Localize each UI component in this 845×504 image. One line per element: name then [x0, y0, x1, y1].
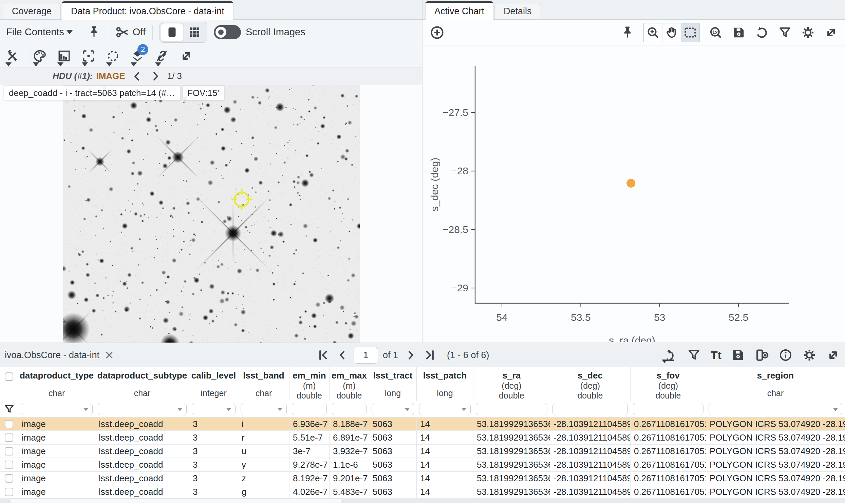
- select-mode-button[interactable]: [681, 23, 700, 42]
- unlink-icon: [155, 49, 169, 63]
- column-header-em_max[interactable]: em_max(m)double: [330, 367, 369, 401]
- filter-input-lsst_band[interactable]: [241, 403, 287, 415]
- column-header-s_fov[interactable]: s_fov(deg)double: [631, 367, 706, 401]
- image-tools-button[interactable]: [1, 46, 23, 67]
- select-all-checkbox[interactable]: [5, 373, 13, 381]
- restore-chart-button[interactable]: [755, 25, 769, 40]
- analyze-button[interactable]: [663, 348, 677, 362]
- row-checkbox[interactable]: [5, 488, 13, 496]
- pin-icon[interactable]: [87, 25, 101, 39]
- expand-image-button[interactable]: [175, 46, 197, 67]
- filter-chart-button[interactable]: [778, 25, 792, 40]
- scrollbar-thumb[interactable]: [10, 499, 343, 503]
- svg-text:53: 53: [654, 312, 665, 323]
- filter-input-em_max[interactable]: [332, 403, 367, 415]
- column-header-lsst_patch[interactable]: lsst_patchlong: [417, 367, 473, 401]
- single-view-button[interactable]: [161, 23, 183, 41]
- chevron-left-icon: [337, 349, 348, 361]
- file-contents-dropdown[interactable]: File Contents: [6, 26, 73, 38]
- filter-input-dataproduct_subtype[interactable]: [98, 403, 187, 415]
- filter-input-em_min[interactable]: [292, 403, 327, 415]
- row-checkbox[interactable]: [5, 447, 13, 455]
- text-view-button[interactable]: Tt: [710, 349, 721, 362]
- add-column-button[interactable]: [755, 348, 769, 362]
- select-region-button[interactable]: [102, 46, 124, 67]
- column-header-s_ra[interactable]: s_ra(deg)double: [473, 367, 550, 401]
- hdu-page-indicator: 1/ 3: [167, 71, 182, 82]
- table-row[interactable]: imagelsst.deep_coadd3y9.278e-71.1e-65063…: [0, 458, 845, 472]
- column-header-s_region[interactable]: s_regionchar: [706, 367, 845, 401]
- add-chart-button[interactable]: [429, 25, 445, 40]
- table-row[interactable]: imagelsst.deep_coadd3u3e-73.932e-7506314…: [0, 445, 845, 458]
- cell-s_ra: 53.18199291365361: [473, 445, 550, 457]
- filter-input-dataproduct_type[interactable]: [21, 403, 93, 415]
- stretch-button[interactable]: [53, 46, 75, 67]
- pan-mode-button[interactable]: [663, 23, 681, 42]
- tab-data-product[interactable]: Data Product: ivoa.ObsCore - data-int: [62, 1, 233, 20]
- chart-settings-button[interactable]: [801, 25, 815, 40]
- crop-button[interactable]: Off: [115, 25, 145, 39]
- hdu-next-button[interactable]: [149, 70, 162, 83]
- tab-active-chart[interactable]: Active Chart: [425, 1, 493, 20]
- column-header-em_min[interactable]: em_min(m)double: [289, 367, 330, 401]
- table-row[interactable]: imagelsst.deep_coadd3z8.192e-79.201e-750…: [0, 472, 845, 485]
- tab-details[interactable]: Details: [494, 3, 541, 19]
- layers-button[interactable]: 2: [127, 46, 148, 67]
- cell-lsst_band: g: [238, 485, 289, 498]
- save-table-button[interactable]: [731, 348, 745, 362]
- prev-page-button[interactable]: [335, 347, 350, 363]
- starfield-image[interactable]: [63, 85, 360, 343]
- filter-input-s_region[interactable]: [708, 403, 842, 415]
- table-tab[interactable]: ivoa.ObsCore - data-int: [5, 349, 115, 361]
- row-checkbox[interactable]: [5, 461, 13, 469]
- table-row[interactable]: imagelsst.deep_coadd3g4.026e-75.483e-750…: [0, 485, 845, 498]
- zoom-original-button[interactable]: [708, 25, 723, 40]
- next-page-button[interactable]: [403, 347, 419, 363]
- column-header-dataproduct_type[interactable]: dataproduct_typechar: [18, 367, 95, 401]
- left-tabbar: Coverage Data Product: ivoa.ObsCore - da…: [0, 0, 422, 20]
- chart-plot-area[interactable]: 5453.55352.5−27.5−28−28.5−29s_ra (deg)s_…: [423, 46, 845, 343]
- scatter-plot[interactable]: 5453.55352.5−27.5−28−28.5−29s_ra (deg)s_…: [423, 46, 844, 342]
- row-checkbox[interactable]: [5, 433, 13, 442]
- column-header-lsst_band[interactable]: lsst_bandchar: [238, 367, 289, 401]
- color-palette-button[interactable]: [29, 46, 51, 67]
- scroll-images-toggle[interactable]: [214, 25, 241, 39]
- column-unit: (m): [303, 381, 316, 391]
- filter-table-button[interactable]: [687, 348, 701, 362]
- table-info-button[interactable]: [778, 348, 793, 362]
- wcs-match-button[interactable]: [151, 46, 173, 67]
- expand-chart-button[interactable]: [824, 25, 838, 40]
- expand-table-button[interactable]: [826, 348, 840, 362]
- hdu-prev-button[interactable]: [131, 70, 143, 83]
- column-header-dataproduct_subtype[interactable]: dataproduct_subtypechar: [95, 367, 189, 401]
- filter-input-s_ra[interactable]: [476, 403, 547, 415]
- filter-funnel-cell: [0, 403, 18, 415]
- grid-view-button[interactable]: [183, 23, 205, 41]
- column-header-calib_level[interactable]: calib_levelinteger: [189, 367, 238, 401]
- chevron-down-icon: [106, 62, 112, 67]
- filter-input-lsst_tract[interactable]: [372, 403, 414, 415]
- first-page-button[interactable]: [316, 347, 331, 363]
- table-row[interactable]: imagelsst.deep_coadd3r5.51e-76.891e-7506…: [0, 431, 845, 445]
- image-viewer[interactable]: deep_coadd - i - tract=5063 patch=14 (#……: [0, 85, 422, 343]
- filter-input-s_fov[interactable]: [633, 403, 704, 415]
- recenter-button[interactable]: [78, 46, 100, 67]
- column-name: em_max: [332, 371, 367, 381]
- page-input[interactable]: [354, 347, 378, 364]
- column-header-s_dec[interactable]: s_dec(deg)double: [550, 367, 631, 401]
- table-row[interactable]: imagelsst.deep_coadd3i6.936e-78.188e-750…: [0, 417, 845, 431]
- pin-chart-button[interactable]: [620, 25, 635, 40]
- filter-input-calib_level[interactable]: [192, 403, 235, 415]
- table-settings-button[interactable]: [802, 348, 816, 362]
- save-chart-button[interactable]: [732, 25, 746, 40]
- row-checkbox[interactable]: [5, 474, 13, 483]
- filter-input-s_dec[interactable]: [552, 403, 628, 415]
- last-page-button[interactable]: [422, 347, 437, 363]
- filter-input-lsst_patch[interactable]: [419, 403, 471, 415]
- horizontal-scrollbar[interactable]: [0, 498, 845, 503]
- zoom-mode-button[interactable]: [644, 23, 663, 42]
- tab-coverage[interactable]: Coverage: [3, 3, 61, 19]
- close-icon[interactable]: [104, 349, 115, 361]
- column-header-lsst_tract[interactable]: lsst_tractlong: [369, 367, 417, 401]
- row-checkbox[interactable]: [5, 420, 13, 428]
